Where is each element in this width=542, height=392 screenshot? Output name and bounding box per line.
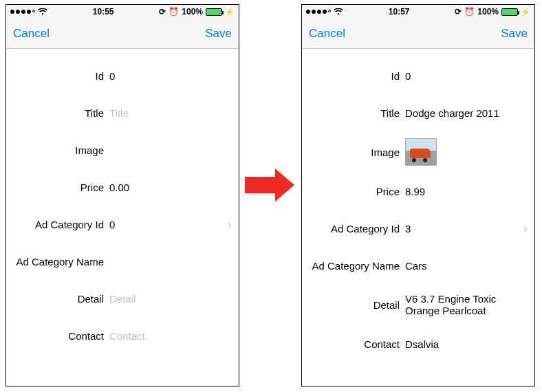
battery-percent: 100% xyxy=(477,7,499,17)
label-image: Image xyxy=(309,146,405,158)
row-contact: Contact Dsalvia xyxy=(302,325,534,362)
charging-icon: ⚡ xyxy=(521,8,530,17)
status-bar: 10:57 ⟳ ⏰ 100% ⚡ xyxy=(302,5,534,19)
label-id: Id xyxy=(13,70,109,82)
label-ad-category-id: Ad Category Id xyxy=(309,223,405,235)
row-price: Price 0.00 xyxy=(6,168,239,206)
row-price: Price 8.99 xyxy=(302,173,534,210)
input-price[interactable]: 0.00 xyxy=(109,182,232,193)
wifi-icon xyxy=(334,8,343,15)
charging-icon: ⚡ xyxy=(225,8,235,17)
row-detail: Detail V6 3.7 Engine Toxic Orange Pearlc… xyxy=(302,284,534,325)
row-title: Title Title xyxy=(6,94,239,131)
save-button[interactable]: Save xyxy=(205,27,232,41)
label-detail: Detail xyxy=(13,293,109,305)
phone-before: 10:55 ⟳ ⏰ 100% ⚡ Cancel Save Id 0 Title … xyxy=(6,4,239,386)
input-title[interactable]: Title xyxy=(109,107,232,119)
row-title: Title Dodge charger 2011 xyxy=(302,94,534,131)
input-contact[interactable]: Contact xyxy=(109,330,232,342)
battery-percent: 100% xyxy=(182,7,203,17)
row-image: Image xyxy=(6,131,239,168)
label-id: Id xyxy=(309,70,405,82)
label-ad-category-name: Ad Category Name xyxy=(309,260,405,272)
input-detail[interactable]: Detail xyxy=(109,293,232,305)
input-detail[interactable]: V6 3.7 Engine Toxic Orange Pearlcoat xyxy=(405,293,528,316)
row-contact: Contact Contact xyxy=(6,317,239,354)
row-ad-category-id[interactable]: Ad Category Id 0 › xyxy=(6,206,239,243)
car-thumbnail-icon xyxy=(405,138,437,166)
battery-icon xyxy=(501,8,518,16)
orientation-lock-icon: ⟳ xyxy=(455,7,462,17)
row-image: Image xyxy=(302,131,534,173)
label-detail: Detail xyxy=(309,299,405,311)
battery-icon xyxy=(206,8,222,16)
label-title: Title xyxy=(309,107,405,119)
save-button[interactable]: Save xyxy=(501,27,528,41)
status-time: 10:57 xyxy=(389,7,410,17)
row-ad-category-name: Ad Category Name Cars xyxy=(302,247,534,284)
value-ad-category-name: Cars xyxy=(405,260,528,272)
input-image[interactable] xyxy=(405,138,528,166)
alarm-icon: ⏰ xyxy=(464,7,475,17)
row-detail: Detail Detail xyxy=(6,280,239,317)
label-price: Price xyxy=(13,182,109,193)
phone-after: 10:57 ⟳ ⏰ 100% ⚡ Cancel Save Id 0 Title … xyxy=(301,4,535,386)
signal-dots-icon xyxy=(306,10,331,14)
row-id: Id 0 xyxy=(302,57,534,94)
label-image: Image xyxy=(13,144,109,156)
input-price[interactable]: 8.99 xyxy=(405,186,528,197)
form-body: Id 0 Title Title Image Price 0.00 Ad Cat… xyxy=(6,49,239,354)
value-ad-category-id: 0 xyxy=(109,219,224,230)
status-bar: 10:55 ⟳ ⏰ 100% ⚡ xyxy=(6,5,239,19)
label-ad-category-id: Ad Category Id xyxy=(13,219,109,230)
chevron-right-icon: › xyxy=(519,221,528,236)
value-id[interactable]: 0 xyxy=(405,70,528,82)
row-ad-category-id[interactable]: Ad Category Id 3 › xyxy=(302,210,534,247)
input-contact[interactable]: Dsalvia xyxy=(405,338,528,350)
input-title[interactable]: Dodge charger 2011 xyxy=(405,107,528,119)
chevron-right-icon: › xyxy=(224,217,232,232)
label-ad-category-name: Ad Category Name xyxy=(13,256,109,268)
label-price: Price xyxy=(309,186,405,197)
alarm-icon: ⏰ xyxy=(169,7,179,17)
label-contact: Contact xyxy=(309,338,405,350)
nav-bar: Cancel Save xyxy=(6,19,239,49)
wifi-icon xyxy=(38,8,47,15)
transition-arrow-icon xyxy=(245,168,296,202)
cancel-button[interactable]: Cancel xyxy=(13,27,50,41)
form-body: Id 0 Title Dodge charger 2011 Image Pric… xyxy=(302,49,534,362)
label-title: Title xyxy=(13,107,109,119)
row-ad-category-name: Ad Category Name xyxy=(6,243,239,280)
nav-bar: Cancel Save xyxy=(302,19,534,49)
row-id: Id 0 xyxy=(6,57,239,94)
signal-dots-icon xyxy=(10,10,35,14)
value-ad-category-id: 3 xyxy=(405,223,519,235)
status-time: 10:55 xyxy=(93,7,114,17)
value-id[interactable]: 0 xyxy=(109,70,232,82)
cancel-button[interactable]: Cancel xyxy=(309,27,345,41)
label-contact: Contact xyxy=(13,330,109,342)
orientation-lock-icon: ⟳ xyxy=(159,7,166,17)
